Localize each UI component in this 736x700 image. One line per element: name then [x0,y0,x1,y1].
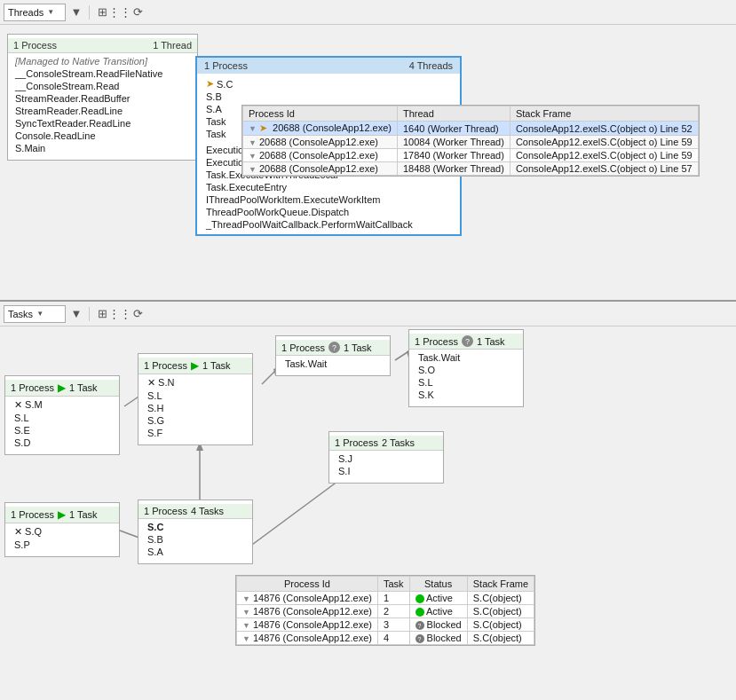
thread-row-thread: 18488 (Worker Thread) [397,162,510,176]
task-box-4: 1 Process ? 1 Task Task.Wait S.O S.L S.K [408,329,524,407]
thread-item-4: StreamReader.ReadLine [13,105,192,117]
tasks-toolbar-sep [89,307,90,321]
task-item-sh: S.H [146,402,245,414]
tasks-filter-icon[interactable]: ▼ [69,307,83,321]
task-row-frame: S.C(object) [467,592,534,605]
table-row[interactable]: ▼ ➤ 20688 (ConsoleApp12.exe) 1640 (Worke… [243,122,699,136]
threads-dropdown-label: Threads [8,7,44,18]
task-item-sf: S.F [146,427,245,439]
task-row-num: 1 [377,592,409,605]
threads-col-thread: Thread [397,106,510,122]
expand-icon[interactable]: ▼ [249,138,257,147]
view3-icon[interactable]: ⟳ [131,5,145,20]
blocked-icon: ? [415,621,424,630]
tasks-content: 1 Process ▶ 1 Task ✕ S.M S.L S.E S.D 1 P… [0,326,736,700]
expand-icon[interactable]: ▼ [249,124,257,133]
threads-data-table: Process Id Thread Stack Frame ▼ ➤ 20688 … [242,106,699,176]
thread-item-transition: [Managed to Native Transition] [13,55,192,67]
table-row[interactable]: ▼ 14876 (ConsoleApp12.exe) 1 Active S.C(… [237,592,534,605]
task-item-sl: S.L [12,412,112,424]
task-box-6-process: 1 Process [11,509,54,520]
threads-left-box-body: [Managed to Native Transition] __Console… [8,53,197,156]
table-row[interactable]: ▼ 20688 (ConsoleApp12.exe) 10084 (Worker… [243,136,699,149]
task-item-sa: S.A [146,546,245,558]
active-icon-2 [415,608,424,617]
expand-icon[interactable]: ▼ [242,608,250,617]
tasks-panel: Tasks ▼ ▼ ⊞ ⋮⋮ ⟳ [0,302,736,700]
threads-dropdown[interactable]: Threads ▼ [4,4,66,21]
task-row-frame: S.C(object) [467,618,534,632]
process-task-header: 1 Process 4 Tasks [138,504,252,519]
threads-popup-process: 1 Process [204,60,248,71]
task-item-so: S.O [416,364,516,376]
green-task-icon: ▶ [58,381,66,394]
task-box-2-tasks: 1 Task [202,360,231,371]
task-box-2-header: 1 Process ▶ 1 Task [138,358,252,374]
threads-content: 1 Process 1 Thread [Managed to Native Tr… [0,25,736,302]
tasks-dropdown[interactable]: Tasks ▼ [4,305,66,323]
threads-stack-6: ThreadPoolWorkQueue.Dispatch [202,206,455,218]
task-box-1-body: ✕ S.M S.L S.E S.D [5,397,119,451]
thread-item-7: S.Main [13,142,192,154]
task-item-si: S.I [336,465,436,477]
task-item-wait1: Task.Wait [283,358,383,370]
task-item-sn: ✕ S.N [146,376,245,389]
thread-row-thread: 1640 (Worker Thread) [397,122,510,136]
thread-row-thread: 17840 (Worker Thread) [397,149,510,162]
thread-row-process: ▼ ➤ 20688 (ConsoleApp12.exe) [243,122,398,136]
tasks-view1-icon[interactable]: ⊞ [95,307,109,321]
task-box-1-tasks: 1 Task [69,382,98,393]
task-row-num: 3 [377,618,409,632]
threads-col-process: Process Id [243,106,398,122]
threads-popup-header: 1 Process 4 Threads [197,58,460,74]
threads-popup-selected: ➤ S.C [202,77,455,90]
toolbar-separator [89,5,90,20]
thread-row-frame: ConsoleApp12.exelS.C(object o) Line 57 [510,162,698,176]
view1-icon[interactable]: ⊞ [95,5,109,20]
task-item-sj: S.J [336,452,436,465]
thread-row-frame: ConsoleApp12.exelS.C(object o) Line 52 [510,122,698,136]
threads-popup-sb: S.B [202,90,455,103]
task-row-process: ▼ 14876 (ConsoleApp12.exe) [237,632,378,645]
green-task-icon-3: ▶ [58,508,66,521]
process-task-body: S.C S.B S.A [138,519,252,560]
task-box-1: 1 Process ▶ 1 Task ✕ S.M S.L S.E S.D [4,375,120,455]
table-row[interactable]: ▼ 20688 (ConsoleApp12.exe) 17840 (Worker… [243,149,699,162]
task-row-num: 2 [377,605,409,618]
thread-item-3: StreamReader.ReadBuffer [13,92,192,105]
task-box-3-header: 1 Process ? 1 Task [276,340,390,356]
tasks-dropdown-label: Tasks [8,309,33,319]
table-row[interactable]: ▼ 14876 (ConsoleApp12.exe) 3 ? Blocked S… [237,618,534,632]
arrow-icon: ➤ [259,122,267,133]
tasks-data-table: Process Id Task Status Stack Frame ▼ 148… [236,576,534,645]
task-box-2-process: 1 Process [144,360,187,371]
expand-icon[interactable]: ▼ [242,594,250,603]
expand-icon[interactable]: ▼ [242,621,250,630]
threads-dropdown-arrow: ▼ [47,8,54,16]
view2-icon[interactable]: ⋮⋮ [113,5,127,20]
tasks-toolbar: Tasks ▼ ▼ ⊞ ⋮⋮ ⟳ [0,302,736,326]
task-row-process: ▼ 14876 (ConsoleApp12.exe) [237,592,378,605]
task-box-5: 1 Process 2 Tasks S.J S.I [328,431,444,484]
table-row[interactable]: ▼ 14876 (ConsoleApp12.exe) 2 Active S.C(… [237,605,534,618]
tasks-col-frame: Stack Frame [467,577,534,592]
task-row-process: ▼ 14876 (ConsoleApp12.exe) [237,618,378,632]
tasks-view3-icon[interactable]: ⟳ [131,307,145,321]
task-row-process: ▼ 14876 (ConsoleApp12.exe) [237,605,378,618]
table-row[interactable]: ▼ 14876 (ConsoleApp12.exe) 4 ? Blocked S… [237,632,534,645]
task-box-5-body: S.J S.I [329,451,443,479]
filter-icon[interactable]: ▼ [69,5,83,20]
task-row-status: Active [409,605,467,618]
task-item-sc: S.C [146,521,245,533]
tasks-view2-icon[interactable]: ⋮⋮ [113,307,127,321]
tasks-table: Process Id Task Status Stack Frame ▼ 148… [235,575,535,646]
threads-stack-7: _ThreadPoolWaitCallback.PerformWaitCallb… [202,218,455,231]
table-row[interactable]: ▼ 20688 (ConsoleApp12.exe) 18488 (Worker… [243,162,699,176]
expand-icon[interactable]: ▼ [249,152,257,161]
expand-icon[interactable]: ▼ [242,634,250,643]
task-box-6-header: 1 Process ▶ 1 Task [5,507,119,523]
expand-icon[interactable]: ▼ [249,165,257,174]
thread-item-6: Console.ReadLine [13,130,192,142]
gold-arrow-icon: ➤ [206,78,214,90]
thread-item-1: __ConsoleStream.ReadFileNative [13,67,192,80]
